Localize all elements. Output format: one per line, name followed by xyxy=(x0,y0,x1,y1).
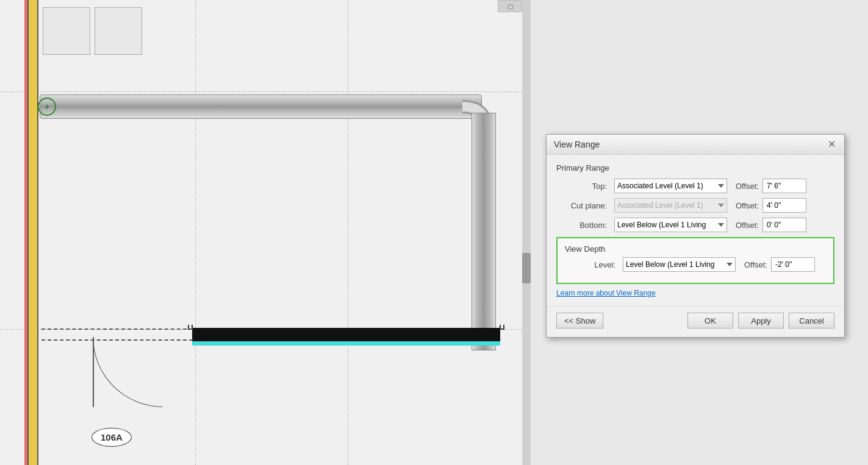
cut-plane-select: Associated Level (Level 1) xyxy=(614,198,727,213)
cut-plane-label: Cut plane: xyxy=(556,201,614,210)
bracket-right xyxy=(500,325,504,330)
bottom-select[interactable]: Level Below (Level 1 Living Associated L… xyxy=(614,218,727,232)
dialog-titlebar: View Range ✕ xyxy=(547,135,844,155)
pipe-vertical xyxy=(472,113,496,350)
hatch-box-1 xyxy=(43,7,90,55)
learn-more-link[interactable]: Learn more about View Range xyxy=(556,289,656,297)
top-label: Top: xyxy=(556,182,614,191)
dash-line-1 xyxy=(41,328,193,330)
form-row-top: Top: Associated Level (Level 1) Level 1 … xyxy=(556,179,834,193)
form-row-cut: Cut plane: Associated Level (Level 1) Of… xyxy=(556,198,834,213)
show-button[interactable]: << Show xyxy=(556,313,603,328)
door-swing-arc xyxy=(93,337,163,407)
level-select[interactable]: Level Below (Level 1 Living Associated L… xyxy=(623,257,736,272)
scroll-thumb-right[interactable] xyxy=(522,253,531,283)
bottom-offset-label: Offset: xyxy=(736,221,759,230)
level-offset-label: Offset: xyxy=(744,260,767,269)
cut-offset-label: Offset: xyxy=(736,201,759,210)
ok-button[interactable]: OK xyxy=(687,313,733,328)
view-depth-section: View Depth Level: Level Below (Level 1 L… xyxy=(556,237,834,284)
dialog-body: Primary Range Top: Associated Level (Lev… xyxy=(547,155,844,306)
scroll-top-icon: ▢ xyxy=(498,1,522,13)
pipe-horizontal xyxy=(40,94,482,119)
top-offset-input[interactable] xyxy=(762,179,806,193)
scroll-track-right[interactable] xyxy=(522,0,531,465)
apply-button[interactable]: Apply xyxy=(738,313,784,328)
cancel-button[interactable]: Cancel xyxy=(789,313,834,328)
pipe-end-symbol xyxy=(38,98,56,116)
dialog-title: View Range xyxy=(554,140,600,149)
level-offset-input[interactable] xyxy=(771,257,815,272)
top-offset-label: Offset: xyxy=(736,182,759,191)
door-line xyxy=(93,337,94,407)
grid-line-v2 xyxy=(348,0,348,465)
form-row-bottom: Bottom: Level Below (Level 1 Living Asso… xyxy=(556,218,834,232)
wall-yellow-strip xyxy=(27,0,38,465)
cad-canvas: 106A ▢ xyxy=(0,0,531,465)
dialog-close-button[interactable]: ✕ xyxy=(827,140,837,149)
view-depth-label: View Depth xyxy=(565,244,826,254)
cut-offset-input[interactable] xyxy=(762,198,806,213)
grid-line-h1 xyxy=(0,91,531,92)
grid-line-v1 xyxy=(195,0,196,465)
floor-slab xyxy=(192,328,500,341)
level-label: Level: xyxy=(565,260,623,269)
primary-range-label: Primary Range xyxy=(556,163,834,172)
view-range-dialog: View Range ✕ Primary Range Top: Associat… xyxy=(546,134,845,338)
hatch-box-2 xyxy=(95,7,142,55)
bottom-label: Bottom: xyxy=(556,221,614,230)
room-label: 106A xyxy=(91,428,132,447)
floor-slab-cyan xyxy=(192,341,500,346)
scroll-top-box[interactable]: ▢ xyxy=(498,0,522,12)
dialog-footer: << Show OK Apply Cancel xyxy=(547,306,844,337)
bottom-offset-input[interactable] xyxy=(762,218,806,232)
top-select[interactable]: Associated Level (Level 1) Level 1 Level… xyxy=(614,179,727,193)
form-row-level: Level: Level Below (Level 1 Living Assoc… xyxy=(565,257,826,272)
